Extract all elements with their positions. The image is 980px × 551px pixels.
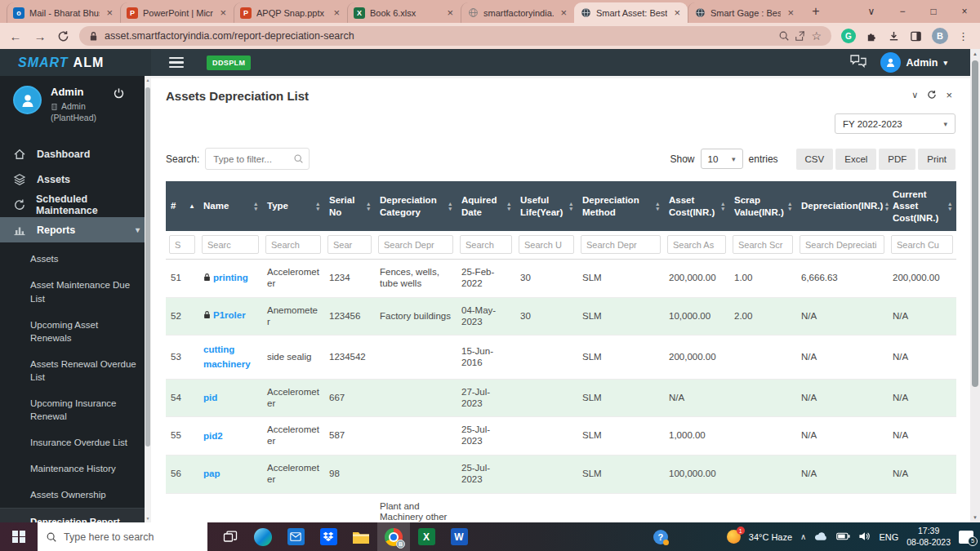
asset-name-link[interactable]: cutting machinery bbox=[203, 344, 251, 368]
chat-icon[interactable] bbox=[849, 54, 867, 71]
weather-icon[interactable]: 1 bbox=[727, 530, 741, 544]
column-header-serial-no[interactable]: Serial No▴▾ bbox=[324, 181, 375, 231]
sidebar-item-reports[interactable]: Reports▾ bbox=[0, 217, 151, 242]
filter-input-serial-no[interactable] bbox=[327, 235, 372, 254]
filter-input-useful-life-year[interactable] bbox=[519, 235, 574, 254]
sidebar-item-dashboard[interactable]: Dashboard bbox=[0, 141, 151, 167]
scroll-down-icon[interactable]: ▼ bbox=[145, 516, 151, 521]
sidebar-item-insurance-overdue-list[interactable]: Insurance Overdue List bbox=[0, 429, 151, 455]
weather-text[interactable]: 34°C Haze bbox=[749, 532, 792, 542]
filter-input-scrap-value-inr[interactable] bbox=[733, 235, 793, 254]
browser-menu-icon[interactable]: ⋮ bbox=[958, 30, 969, 42]
filter-input-type[interactable] bbox=[265, 235, 321, 254]
page-scrollbar[interactable]: ▲ ▼ bbox=[970, 49, 980, 522]
start-button[interactable] bbox=[0, 522, 38, 551]
tab-close-icon[interactable]: × bbox=[105, 7, 114, 18]
sidebar-item-assets-renewal-overdue-list[interactable]: Assets Renewal Overdue List bbox=[0, 351, 151, 390]
window-menu-chevron-icon[interactable]: ∨ bbox=[856, 6, 887, 17]
column-header-asset-cost-inr[interactable]: Asset Cost(INR.)▴▾ bbox=[664, 181, 729, 231]
sidebar-item-depreciation-report[interactable]: Depreciation Report bbox=[0, 508, 151, 522]
clock[interactable]: 17:39 08-08-2023 bbox=[906, 526, 951, 548]
language-indicator[interactable]: ENG bbox=[879, 532, 898, 542]
tray-expand-icon[interactable]: ∧ bbox=[800, 532, 806, 541]
browser-tab-smart-gage-best-ga[interactable]: Smart Gage : Best Ga× bbox=[688, 2, 801, 23]
url-bar[interactable]: asset.smartfactoryindia.com/report-depre… bbox=[79, 26, 831, 46]
taskbar-search[interactable]: Type here to search bbox=[38, 522, 207, 551]
onedrive-cloud-icon[interactable] bbox=[814, 531, 828, 543]
tab-close-icon[interactable]: × bbox=[218, 7, 228, 18]
filter-input-[interactable] bbox=[169, 235, 195, 254]
export-print-button[interactable]: Print bbox=[918, 149, 956, 170]
column-header-scrap-value-inr[interactable]: Scrap Value(INR.)▴▾ bbox=[729, 181, 796, 231]
column-header-current-asset-cost-inr[interactable]: Current Asset Cost(INR.)▴▾ bbox=[888, 181, 956, 231]
browser-tab-powerpoint-microsof[interactable]: PPowerPoint | Microsof× bbox=[120, 2, 234, 23]
browser-tab-smartfactoryindia-com[interactable]: smartfactoryindia.com× bbox=[461, 2, 574, 23]
filter-input-depreciation-category[interactable] bbox=[378, 235, 453, 254]
page-size-select[interactable]: 10▾ bbox=[701, 149, 743, 169]
hamburger-menu-icon[interactable] bbox=[169, 57, 184, 69]
asset-name-link[interactable]: pid bbox=[203, 393, 217, 402]
sidebar-item-maintenance-history[interactable]: Maintenance History bbox=[0, 455, 151, 482]
column-header-depreciation-category[interactable]: Depreciation Category▴▾ bbox=[375, 181, 457, 231]
user-menu[interactable]: Admin ▾ bbox=[880, 52, 947, 73]
column-header-[interactable]: #▴ bbox=[166, 181, 198, 231]
minimize-button[interactable]: − bbox=[887, 6, 918, 17]
taskbar-edge-icon[interactable] bbox=[247, 522, 279, 551]
tab-close-icon[interactable]: × bbox=[332, 7, 341, 18]
taskbar-word-icon[interactable]: W bbox=[443, 522, 475, 551]
side-panel-icon[interactable] bbox=[910, 30, 922, 42]
tab-close-icon[interactable]: × bbox=[786, 7, 795, 18]
sidebar-item-upcoming-asset-renewals[interactable]: Upcoming Asset Renewals bbox=[0, 312, 151, 351]
asset-name-link[interactable]: printing bbox=[203, 273, 248, 282]
profile-avatar[interactable]: B bbox=[932, 28, 948, 44]
tab-close-icon[interactable]: × bbox=[672, 7, 682, 18]
speaker-icon[interactable] bbox=[858, 531, 871, 543]
asset-name-link[interactable]: P1roler bbox=[203, 310, 246, 320]
battery-icon[interactable] bbox=[836, 532, 850, 542]
filter-input-depreciation-method[interactable] bbox=[581, 235, 661, 254]
forward-icon[interactable]: → bbox=[33, 29, 47, 43]
filter-input-current-asset-cost-inr[interactable] bbox=[891, 235, 953, 254]
scrollbar-thumb[interactable] bbox=[145, 87, 150, 447]
browser-tab-apqp-snap-pptx[interactable]: PAPQP Snap.pptx× bbox=[234, 2, 347, 23]
export-csv-button[interactable]: CSV bbox=[796, 149, 834, 170]
scroll-down-icon[interactable]: ▼ bbox=[970, 515, 980, 520]
column-header-useful-life-year[interactable]: Useful Life(Year)▴▾ bbox=[515, 181, 577, 231]
extension-badge-icon[interactable]: G bbox=[841, 29, 856, 43]
taskbar-explorer-icon[interactable] bbox=[345, 522, 377, 551]
zoom-icon[interactable] bbox=[778, 30, 790, 42]
reload-icon[interactable] bbox=[57, 30, 69, 42]
notification-center-icon[interactable]: 5 bbox=[959, 531, 973, 544]
export-pdf-button[interactable]: PDF bbox=[879, 149, 915, 170]
browser-tab-book-6-xlsx[interactable]: XBook 6.xlsx× bbox=[347, 2, 461, 23]
share-icon[interactable] bbox=[795, 30, 806, 42]
tab-close-icon[interactable]: × bbox=[559, 7, 568, 18]
column-header-depreciation-inr[interactable]: Depreciation(INR.)▴▾ bbox=[796, 181, 888, 231]
panel-collapse-icon[interactable]: ∨ bbox=[911, 90, 918, 100]
sidebar-item-asset-maintenance-due-list[interactable]: Asset Maintenance Due List bbox=[0, 272, 151, 311]
sidebar-scrollbar[interactable]: ▲ ▼ bbox=[145, 76, 151, 522]
filter-input-depreciation-inr[interactable] bbox=[800, 235, 884, 254]
column-header-name[interactable]: Name▴▾ bbox=[198, 181, 262, 231]
download-icon[interactable] bbox=[888, 30, 900, 42]
browser-tab-smart-asset-best-ass[interactable]: Smart Asset: Best Ass× bbox=[574, 2, 688, 23]
column-header-type[interactable]: Type▴▾ bbox=[262, 181, 324, 231]
taskbar-mail-icon[interactable] bbox=[279, 522, 312, 551]
sidebar-item-assets-ownership[interactable]: Assets Ownership bbox=[0, 482, 151, 508]
help-icon[interactable]: ? bbox=[653, 530, 668, 544]
sidebar-item-assets[interactable]: Assets bbox=[0, 167, 151, 192]
back-icon[interactable]: ← bbox=[8, 29, 23, 43]
column-header-depreciation-method[interactable]: Depreciation Method▴▾ bbox=[577, 181, 664, 231]
scrollbar-thumb[interactable] bbox=[972, 60, 978, 387]
sidebar-item-scheduled-maintenance[interactable]: Scheduled Maintenance bbox=[0, 192, 151, 217]
scroll-up-icon[interactable]: ▲ bbox=[145, 78, 151, 82]
asset-name-link[interactable]: pap bbox=[203, 469, 220, 478]
panel-refresh-icon[interactable] bbox=[927, 90, 937, 101]
column-header-aquired-date[interactable]: Aquired Date▴▾ bbox=[457, 181, 515, 231]
close-button[interactable]: × bbox=[949, 6, 980, 17]
bookmark-star-icon[interactable]: ☆ bbox=[811, 29, 822, 42]
extensions-puzzle-icon[interactable] bbox=[866, 30, 878, 42]
new-tab-button[interactable]: + bbox=[806, 2, 826, 21]
taskbar-dropbox-icon[interactable] bbox=[312, 522, 345, 551]
filter-input-asset-cost-inr[interactable] bbox=[667, 235, 726, 254]
